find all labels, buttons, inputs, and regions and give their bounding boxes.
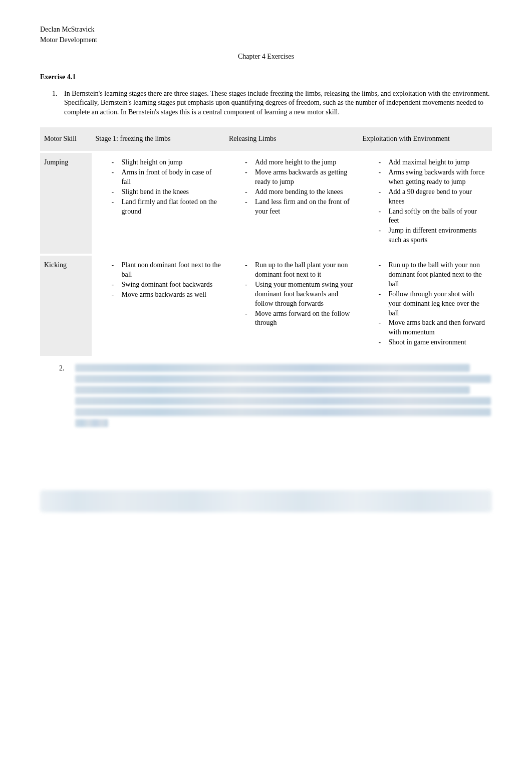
- list-item: Add maximal height to jump: [379, 158, 488, 167]
- list-item: Plant non dominant foot next to the ball: [112, 261, 221, 280]
- blurred-line: [75, 408, 491, 416]
- list-item: Arms in front of body in case of fall: [112, 168, 221, 187]
- blurred-bottom-row: [40, 490, 492, 512]
- header-motor-skill: Motor Skill: [40, 127, 92, 152]
- exercise-heading: Exercise 4.1: [40, 73, 492, 82]
- table-row: Kicking Plant non dominant foot next to …: [40, 255, 492, 357]
- skill-name-kicking: Kicking: [40, 255, 92, 357]
- list-item: Run up to the ball plant your non domina…: [245, 261, 355, 280]
- list-item: Swing dominant foot backwards: [112, 280, 221, 290]
- list-item: Move arms back and then forward with mom…: [379, 318, 488, 337]
- kicking-releasing-cell: Run up to the ball plant your non domina…: [225, 255, 359, 357]
- list-item: Add more height to the jump: [245, 158, 355, 167]
- motor-skill-table: Motor Skill Stage 1: freezing the limbs …: [40, 126, 492, 358]
- blurred-line: [75, 364, 470, 372]
- list-item: Slight height on jump: [112, 158, 221, 167]
- list-item: Move arms forward on the follow through: [245, 309, 355, 328]
- blurred-line: [75, 386, 470, 394]
- exercise-item-2-blurred: 2.: [40, 364, 492, 430]
- skill-name-jumping: Jumping: [40, 152, 92, 255]
- jumping-releasing-cell: Add more height to the jump Move arms ba…: [225, 152, 359, 255]
- header-stage1: Stage 1: freezing the limbs: [92, 127, 225, 152]
- list-item: Land softly on the balls of your feet: [379, 207, 488, 226]
- list-item: Slight bend in the knees: [112, 187, 221, 197]
- list-item: Land firmly and flat footed on the groun…: [112, 198, 221, 217]
- list-item: Shoot in game environment: [379, 338, 488, 347]
- list-item: Arms swing backwards with force when get…: [379, 168, 488, 187]
- list-item: Run up to the ball with your non dominan…: [379, 261, 488, 289]
- list-item: Move arms backwards as getting ready to …: [245, 168, 355, 187]
- jumping-stage1-cell: Slight height on jump Arms in front of b…: [92, 152, 225, 255]
- table-row: Jumping Slight height on jump Arms in fr…: [40, 152, 492, 255]
- jumping-exploitation-cell: Add maximal height to jump Arms swing ba…: [359, 152, 492, 255]
- blurred-text-block: [75, 364, 491, 430]
- header-exploitation: Exploitation with Environment: [359, 127, 492, 152]
- exercise-item-1: In Bernstein's learning stages there are…: [59, 89, 492, 118]
- list-item: Add a 90 degree bend to your knees: [379, 187, 488, 207]
- list-item: Land less firm and on the front of your …: [245, 198, 355, 217]
- blurred-line: [75, 397, 491, 405]
- list-item: Move arms backwards as well: [112, 290, 221, 300]
- exercise-item-2-number: 2.: [59, 364, 68, 373]
- list-item: Using your momentum swing your dominant …: [245, 280, 355, 309]
- chapter-title: Chapter 4 Exercises: [40, 52, 492, 62]
- blurred-line: [75, 419, 108, 427]
- course-name: Motor Development: [40, 36, 492, 45]
- table-header-row: Motor Skill Stage 1: freezing the limbs …: [40, 127, 492, 152]
- blurred-line: [75, 375, 491, 383]
- list-item: Add more bending to the knees: [245, 187, 355, 197]
- author-name: Declan McStravick: [40, 25, 492, 35]
- exercise-ordered-list: In Bernstein's learning stages there are…: [40, 89, 492, 118]
- list-item: Jump in different environments such as s…: [379, 226, 488, 245]
- kicking-exploitation-cell: Run up to the ball with your non dominan…: [359, 255, 492, 357]
- header-releasing: Releasing Limbs: [225, 127, 359, 152]
- kicking-stage1-cell: Plant non dominant foot next to the ball…: [92, 255, 225, 357]
- list-item: Follow through your shot with your domin…: [379, 290, 488, 318]
